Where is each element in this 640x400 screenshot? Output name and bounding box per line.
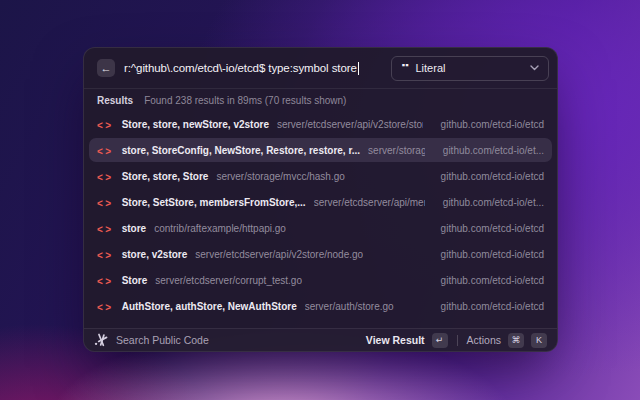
cmd-key-badge: ⌘ [508,333,524,348]
footer-divider [457,335,458,346]
result-symbols: Store, store, newStore, v2store [122,119,269,130]
code-symbol-icon: <> [97,300,114,313]
result-file-path: contrib/raftexample/httpapi.go [154,223,286,234]
result-row[interactable]: <> Store server/etcdserver/corrupt_test.… [89,268,552,292]
search-input[interactable]: r:^github\.com/etcd\-io/etcd$ type:symbo… [124,62,359,75]
code-symbol-icon: <> [97,274,114,287]
result-row[interactable]: <> Store, store, Store server/storage/mv… [89,164,552,188]
literal-quotes-icon: “ [401,64,409,73]
result-symbols: Store [122,275,148,286]
result-file-path: server/etcdserver/api/v2store/node.go [195,249,363,260]
result-row[interactable]: <> store contrib/raftexample/httpapi.go … [89,216,552,240]
pattern-type-dropdown[interactable]: “ Literal [391,56,549,81]
result-repo: github.com/etcd-io/etcd [431,223,544,234]
result-repo: github.com/etcd-io/etcd [431,249,544,260]
result-file-path: server/storage/mvcc/kvstore.go [368,145,425,156]
code-symbol-icon: <> [97,196,114,209]
result-row[interactable]: <> StoreRecorder, storeRecorder, mockst.… [89,320,552,328]
code-symbol-icon: <> [97,144,114,157]
result-file-path: server/storage/mvcc/hash.go [216,171,344,182]
result-symbols: AuthStore, authStore, NewAuthStore [122,301,297,312]
result-repo: github.com/etcd-io/etcd [431,119,544,130]
result-row[interactable]: <> store, StoreConfig, NewStore, Restore… [89,138,552,162]
results-list: <> Store, store, newStore, v2store serve… [84,112,557,328]
result-symbols: store [122,223,146,234]
code-symbol-icon: <> [97,248,114,261]
result-symbols: Store, store, Store [122,171,209,182]
result-row[interactable]: <> Store, SetStore, membersFromStore,...… [89,190,552,214]
view-result-button[interactable]: View Result [366,334,425,346]
result-symbols: store, StoreConfig, NewStore, Restore, r… [122,145,360,156]
result-file-path: server/etcdserver/api/v2store/store.go [277,119,423,130]
results-summary: Found 238 results in 89ms (70 results sh… [144,95,346,106]
result-repo: github.com/etcd-io/et... [433,145,544,156]
result-file-path: server/etcdserver/api/membership/cluste.… [314,197,425,208]
result-row[interactable]: <> AuthStore, authStore, NewAuthStore se… [89,294,552,318]
sourcegraph-logo-icon [94,333,108,347]
result-symbols: Store, SetStore, membersFromStore,... [122,197,306,208]
code-symbol-icon: <> [97,222,114,235]
result-row[interactable]: <> Store, store, newStore, v2store serve… [89,112,552,136]
code-symbol-icon: <> [97,170,114,183]
result-row[interactable]: <> store, v2store server/etcdserver/api/… [89,242,552,266]
search-query-text: r:^github\.com/etcd\-io/etcd$ type:symbo… [124,62,357,74]
search-palette-window: ← r:^github\.com/etcd\-io/etcd$ type:sym… [83,47,558,352]
k-key-badge: K [531,333,547,348]
enter-key-badge: ↵ [432,333,448,348]
results-section-label: Results [97,95,133,106]
actions-menu-button[interactable]: Actions [467,334,501,346]
result-repo: github.com/etcd-io/etcd [431,275,544,286]
chevron-down-icon [530,65,539,71]
back-arrow-icon: ← [101,63,112,74]
desktop-background: ← r:^github\.com/etcd\-io/etcd$ type:sym… [0,0,640,400]
back-button[interactable]: ← [97,59,115,77]
pattern-type-label: Literal [416,62,446,74]
result-file-path: server/auth/store.go [305,301,394,312]
results-header: Results Found 238 results in 89ms (70 re… [84,89,557,112]
result-repo: github.com/etcd-io/et... [433,197,544,208]
text-caret [358,62,360,75]
code-symbol-icon: <> [97,118,114,131]
result-symbols: store, v2store [122,249,188,260]
footer-bar: Search Public Code View Result ↵ Actions… [84,328,557,351]
result-file-path: server/etcdserver/corrupt_test.go [155,275,302,286]
extension-name-label: Search Public Code [116,334,209,346]
search-bar: ← r:^github\.com/etcd\-io/etcd$ type:sym… [84,48,557,89]
code-symbol-icon: <> [97,326,114,328]
footer-actions: View Result ↵ Actions ⌘ K [366,333,547,348]
result-repo: github.com/etcd-io/etcd [431,301,544,312]
result-repo: github.com/etcd-io/etcd [431,171,544,182]
